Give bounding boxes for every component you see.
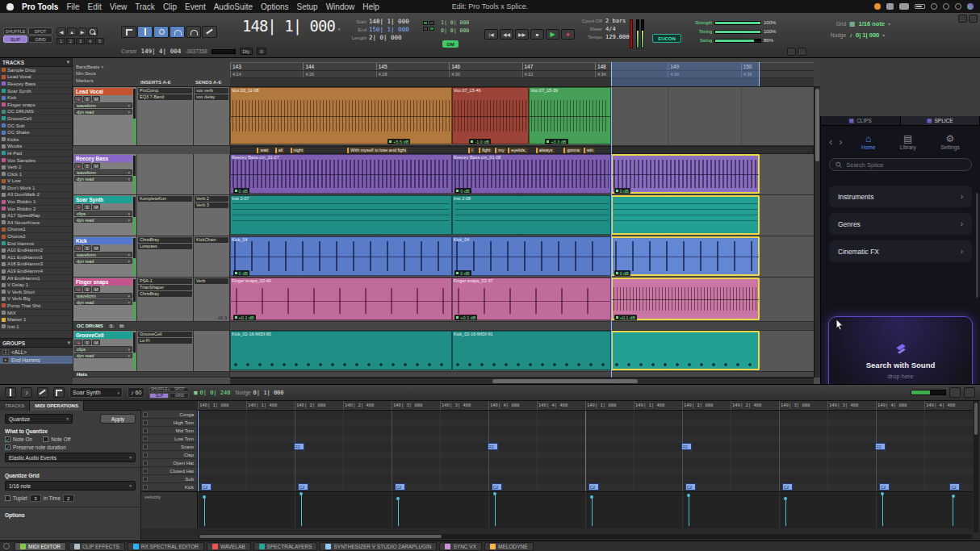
drum-lane-row[interactable]: Conga — [141, 411, 197, 419]
start-field[interactable]: 148| 1| 000 — [369, 18, 409, 25]
playhead[interactable] — [611, 87, 612, 378]
tracks-list-item[interactable]: A10 EndHamm2 — [0, 247, 72, 254]
bars-beats-ruler-label[interactable]: Bars|Beats▾ — [76, 64, 103, 69]
play-button[interactable]: ▶ — [546, 29, 559, 40]
midi-note[interactable]: C2 — [588, 483, 599, 490]
edit-vertical-scrollbar[interactable] — [814, 87, 820, 378]
audio-clip[interactable] — [611, 154, 760, 194]
timeline-selection[interactable] — [611, 62, 760, 86]
drum-lane-row[interactable]: Sub — [141, 475, 197, 483]
tracks-list-item[interactable]: Pump That Shit — [0, 303, 72, 310]
drum-lane-row[interactable]: Clap — [141, 451, 197, 459]
tracks-list-item[interactable]: Reecey Bass — [0, 81, 72, 88]
automation-mode-selector[interactable]: dyn read▾ — [74, 353, 132, 358]
midi-clip[interactable]: Kick_02-16-MIDI-90 — [230, 331, 452, 370]
tracks-list-item[interactable]: Verb 2 — [0, 164, 72, 171]
tracks-list-item[interactable]: Inst 1 — [0, 324, 72, 331]
main-counter[interactable]: 148| 1| 000▾ — [242, 17, 341, 35]
splice-nav-item[interactable]: ⌂ Home — [861, 134, 875, 150]
record-enable-button[interactable]: ● — [74, 96, 82, 102]
link-timeline-edit-icon[interactable] — [787, 48, 796, 56]
solo-button[interactable]: S — [83, 245, 91, 251]
tracks-list-item[interactable]: Chorus2 — [0, 233, 72, 240]
midi-horizontal-scrollbar[interactable] — [198, 534, 973, 539]
menubar-item[interactable]: File — [66, 2, 79, 11]
velocity-stem[interactable] — [785, 499, 786, 526]
edit-mode-button[interactable]: SPOT — [170, 387, 189, 393]
drum-lane-button[interactable] — [143, 461, 148, 465]
automation-mode-selector[interactable]: dyn read▾ — [74, 176, 132, 182]
midi-clip[interactable] — [611, 331, 760, 370]
record-enable-button[interactable]: ● — [74, 204, 82, 210]
lyric-marker[interactable]: night — [291, 148, 305, 153]
scrollbar-thumb[interactable] — [815, 89, 819, 161]
track-header[interactable]: Kick ● S M waveform▾ dyn read▾ — [73, 236, 137, 278]
delay-compensation-value[interactable]: 0 — [257, 48, 266, 55]
menubar-item[interactable]: Edit — [88, 2, 102, 11]
rewind-button[interactable]: ◀◀ — [500, 29, 513, 40]
tracks-list-item[interactable]: Vox Riddim 1 — [0, 198, 72, 206]
tracks-list-item[interactable]: GrooveCell — [0, 115, 72, 123]
splice-nav-item[interactable]: ⚙ Settings — [940, 134, 960, 150]
midi-note[interactable]: C2 — [395, 483, 405, 490]
track-view-selector[interactable]: waveform▾ — [74, 102, 132, 108]
tracks-list-item[interactable]: V Low — [0, 178, 72, 186]
drum-lane-row[interactable]: Closed Hat — [141, 467, 197, 475]
post-roll-field[interactable]: 0| 0| 000 — [441, 27, 469, 34]
tracks-list-item[interactable]: A3 DontWalk 2 — [0, 192, 72, 199]
smart-tool-button[interactable] — [170, 26, 185, 38]
tracks-list-item[interactable]: Master 1 — [0, 316, 72, 324]
splice-search-field[interactable] — [829, 158, 972, 171]
midi-note[interactable]: C2 — [685, 483, 696, 490]
insert-slot[interactable]: EQ3 7-Band — [138, 94, 192, 100]
note-off-checkbox[interactable] — [43, 436, 48, 442]
chevron-down-icon[interactable]: ▾ — [888, 21, 890, 27]
tracks-list-item[interactable]: Finger snaps — [0, 102, 72, 109]
zoom-preset-button[interactable]: 4 — [86, 38, 94, 44]
panel-tab[interactable]: ▦ CLIPS — [821, 116, 901, 125]
midi-note[interactable]: C2 — [201, 483, 211, 490]
midi-note[interactable]: C2 — [298, 483, 308, 490]
notation-view-icon[interactable]: ♪ — [21, 387, 32, 398]
stop-button[interactable]: ■ — [530, 29, 544, 40]
audio-clip[interactable]: Vox.03_11-08 — [230, 87, 452, 144]
end-field[interactable]: 150| 1| 000 — [369, 26, 409, 33]
tracks-list-item[interactable]: V Verb Short — [0, 289, 72, 296]
edit-mode-button[interactable]: SHUFFLE — [3, 27, 27, 35]
midi-panel-tab[interactable]: TRACKS — [0, 401, 30, 411]
automation-mode-selector[interactable]: dyn read▾ — [74, 299, 132, 305]
bottom-window-tab[interactable]: RX SPECTRAL EDITOR — [128, 542, 204, 551]
timing-slider[interactable] — [714, 30, 761, 34]
insert-slot[interactable]: ProComp — [138, 88, 192, 94]
velocity-stem[interactable] — [301, 494, 302, 526]
lyric-marker[interactable]: fight — [479, 148, 492, 153]
edit-mode-button[interactable]: SHUFFLE — [149, 387, 169, 393]
nav-back-icon[interactable]: ‹ — [829, 138, 832, 146]
lyric-marker[interactable]: my — [495, 148, 505, 153]
track-name[interactable]: Hats — [75, 372, 89, 378]
tracks-list-item[interactable]: MIX — [0, 310, 72, 317]
track-lane[interactable]: Inst 2-07 Inst 2-08 — [230, 195, 814, 236]
keyboard-view-icon[interactable] — [5, 387, 16, 398]
tracks-list-item[interactable]: A11 EndHamm3 — [0, 254, 72, 261]
track-lane[interactable]: Finger snaps_02-40 Finger snaps_02-37 +0… — [230, 278, 814, 322]
track-lane[interactable]: Kick_04 Kick_04 0 dB0 dB0 dB — [230, 236, 814, 278]
menubar-item[interactable]: AudioSuite — [214, 2, 253, 11]
menubar-item[interactable]: Help — [362, 2, 379, 11]
midi-note[interactable]: C2 — [879, 483, 890, 490]
chevron-down-icon[interactable]: ▾ — [68, 340, 70, 346]
splice-scrollbar[interactable] — [976, 193, 978, 298]
velocity-stem[interactable] — [495, 494, 496, 526]
track-lane[interactable] — [230, 322, 814, 331]
zoomer-icon[interactable] — [88, 27, 98, 36]
midi-grid-value[interactable]: ▦ 0| 0| 240 — [194, 390, 230, 396]
zoom-preset-button[interactable]: 5 — [95, 38, 104, 44]
velocity-stem[interactable] — [953, 496, 953, 526]
velocity-lane-header[interactable]: velocity — [141, 491, 198, 528]
mute-button[interactable]: M — [92, 163, 100, 169]
delay-compensation-badge[interactable]: Dly — [240, 48, 253, 55]
tracks-list-item[interactable]: OC DRUMS — [0, 109, 72, 116]
lyric-marker[interactable]: always — [536, 148, 555, 153]
drum-lane-row[interactable]: Kick — [141, 483, 197, 491]
grid-value-selector[interactable]: 1/16 note — [859, 20, 886, 27]
